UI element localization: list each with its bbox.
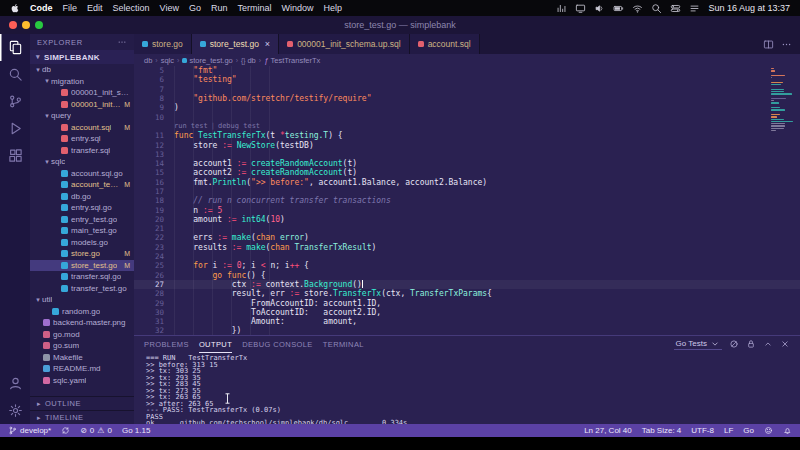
file-store-go[interactable]: store.goM <box>30 248 134 260</box>
folder-query[interactable]: ▾query <box>30 110 134 122</box>
code-line-26[interactable]: 26 go func() { <box>134 271 800 280</box>
file-go-mod[interactable]: go.mod <box>30 329 134 341</box>
menu-go[interactable]: Go <box>189 3 201 13</box>
menu-terminal[interactable]: Terminal <box>237 3 271 13</box>
file-000001-init-schema-down-sql[interactable]: 000001_init_schema.down.sql <box>30 87 134 99</box>
cursor-position-indicator[interactable]: Ln 27, Col 40 <box>584 426 632 435</box>
file-account-test-go[interactable]: account_test.goM <box>30 179 134 191</box>
code-line-18[interactable]: 18 // run n concurrent transfer transact… <box>134 196 800 205</box>
file-makefile[interactable]: Makefile <box>30 352 134 364</box>
control-center-icon[interactable] <box>670 3 681 14</box>
outline-section[interactable]: ▸ OUTLINE <box>30 396 134 410</box>
menu-help[interactable]: Help <box>323 3 342 13</box>
menu-selection[interactable]: Selection <box>113 3 150 13</box>
code-line-8[interactable]: 8 "github.com/stretchr/testify/require" <box>134 94 800 103</box>
code-line-16[interactable]: 16 fmt.Println(">> before:", account1.Ba… <box>134 178 800 187</box>
file-entry-test-go[interactable]: entry_test.go <box>30 214 134 226</box>
panel-tab-terminal[interactable]: TERMINAL <box>323 336 364 353</box>
git-branch-button[interactable]: develop* <box>8 426 51 435</box>
activity-run-debug-icon[interactable] <box>0 115 30 142</box>
encoding-indicator[interactable]: UTF-8 <box>691 426 714 435</box>
tab-000001-init-schema-up-sql[interactable]: 000001_init_schema.up.sql <box>279 34 410 54</box>
file-sqlc-yaml[interactable]: sqlc.yaml <box>30 375 134 387</box>
code-line-25[interactable]: 25 for i := 0; i < n; i++ { <box>134 261 800 270</box>
menu-edit[interactable]: Edit <box>87 3 103 13</box>
stats-icon[interactable] <box>556 3 567 14</box>
output-console[interactable]: === RUN TestTransferTx>> before: 313 15>… <box>134 352 800 424</box>
file-store-test-go[interactable]: store_test.goM <box>30 260 134 272</box>
file-account-sql-go[interactable]: account.sql.go <box>30 168 134 180</box>
file-000001-init-schema-up-sql[interactable]: 000001_init_schema.up.sqlM <box>30 99 134 111</box>
code-line-31[interactable]: 31 Amount: amount, <box>134 317 800 326</box>
menu-file[interactable]: File <box>63 3 78 13</box>
clear-output-icon[interactable] <box>729 339 739 349</box>
file-transfer-sql-go[interactable]: transfer.sql.go <box>30 271 134 283</box>
menu-view[interactable]: View <box>160 3 179 13</box>
activity-settings-icon[interactable] <box>0 397 30 424</box>
problems-indicator[interactable]: ⊘ 0 ⚠ 0 <box>80 426 112 435</box>
code-line-29[interactable]: 29 FromAccountID: account1.ID, <box>134 298 800 307</box>
tab-store-test-go[interactable]: store_test.go× <box>192 34 279 54</box>
file-models-go[interactable]: models.go <box>30 237 134 249</box>
spotlight-icon[interactable] <box>651 3 662 14</box>
code-line-5[interactable]: 5 "fmt" <box>134 66 800 75</box>
panel-tab-debug-console[interactable]: DEBUG CONSOLE <box>242 336 313 353</box>
code-line-10[interactable]: 10 <box>134 112 800 121</box>
tab-size-indicator[interactable]: Tab Size: 4 <box>642 426 682 435</box>
breadcrumb-store-test-go[interactable]: store_test.go <box>182 56 232 65</box>
file-entry-sql[interactable]: entry.sql <box>30 133 134 145</box>
go-version-indicator[interactable]: Go 1.15 <box>122 426 150 435</box>
notifications-bell-icon[interactable] <box>783 426 792 435</box>
code-line-30[interactable]: 30 ToAccountID: account2.ID, <box>134 308 800 317</box>
code-line-28[interactable]: 28 result, err := store.TransferTx(ctx, … <box>134 289 800 298</box>
code-line-14[interactable]: 14 account1 := createRandomAccount(t) <box>134 159 800 168</box>
close-window-button[interactable] <box>9 21 17 29</box>
panel-tab-problems[interactable]: PROBLEMS <box>144 336 189 353</box>
menu-window[interactable]: Window <box>281 3 313 13</box>
eol-indicator[interactable]: LF <box>724 426 733 435</box>
code-line-7[interactable]: 7 <box>134 85 800 94</box>
menu-run[interactable]: Run <box>211 3 228 13</box>
file-transfer-sql[interactable]: transfer.sql <box>30 145 134 157</box>
volume-icon[interactable] <box>594 3 605 14</box>
folder-util[interactable]: ▾util <box>30 294 134 306</box>
file-transfer-test-go[interactable]: transfer_test.go <box>30 283 134 295</box>
more-actions-icon[interactable] <box>781 39 792 50</box>
codelens-run-test[interactable]: run test <box>174 122 208 130</box>
file-random-go[interactable]: random.go <box>30 306 134 318</box>
file-readme-md[interactable]: README.md <box>30 363 134 375</box>
output-channel-select[interactable]: Go Tests <box>674 339 722 350</box>
close-panel-icon[interactable] <box>780 339 790 349</box>
codelens-debug-test[interactable]: debug test <box>218 122 260 130</box>
project-root-simplebank[interactable]: ▾ SIMPLEBANK <box>30 50 134 64</box>
breadcrumb-db[interactable]: db <box>144 56 152 65</box>
display-icon[interactable] <box>575 3 586 14</box>
sync-button[interactable] <box>61 426 70 435</box>
tab-account-sql[interactable]: account.sql <box>410 34 480 54</box>
menubar-clock[interactable]: Sun 16 Aug at 13:37 <box>708 3 790 13</box>
code-editor[interactable]: 5 "fmt"6 "testing"78 "github.com/stretch… <box>134 66 800 335</box>
apple-menu-icon[interactable] <box>10 3 20 13</box>
code-line-20[interactable]: 20 amount := int64(10) <box>134 215 800 224</box>
code-line-11[interactable]: 11func TestTransferTx(t *testing.T) { <box>134 131 800 140</box>
code-line-9[interactable]: 9) <box>134 103 800 112</box>
breadcrumb-sqlc[interactable]: sqlc <box>161 56 174 65</box>
timeline-section[interactable]: ▸ TIMELINE <box>30 410 134 424</box>
list-icon[interactable] <box>689 3 700 14</box>
split-editor-icon[interactable] <box>763 39 774 50</box>
close-tab-icon[interactable]: × <box>265 40 270 49</box>
folder-sqlc[interactable]: ▾sqlc <box>30 156 134 168</box>
activity-explorer-icon[interactable] <box>0 34 30 61</box>
activity-search-icon[interactable] <box>0 61 30 88</box>
file-db-go[interactable]: db.go <box>30 191 134 203</box>
language-mode-indicator[interactable]: Go <box>743 426 754 435</box>
code-line-21[interactable]: 21 <box>134 224 800 233</box>
folder-db[interactable]: ▾db <box>30 64 134 76</box>
activity-extensions-icon[interactable] <box>0 142 30 169</box>
code-line-27[interactable]: 27 ctx := context.Background() <box>134 280 800 289</box>
file-main-test-go[interactable]: main_test.go <box>30 225 134 237</box>
minimap[interactable] <box>771 68 797 132</box>
code-line-24[interactable]: 24 <box>134 252 800 261</box>
maximize-panel-icon[interactable] <box>763 339 773 349</box>
code-line-17[interactable]: 17 <box>134 187 800 196</box>
